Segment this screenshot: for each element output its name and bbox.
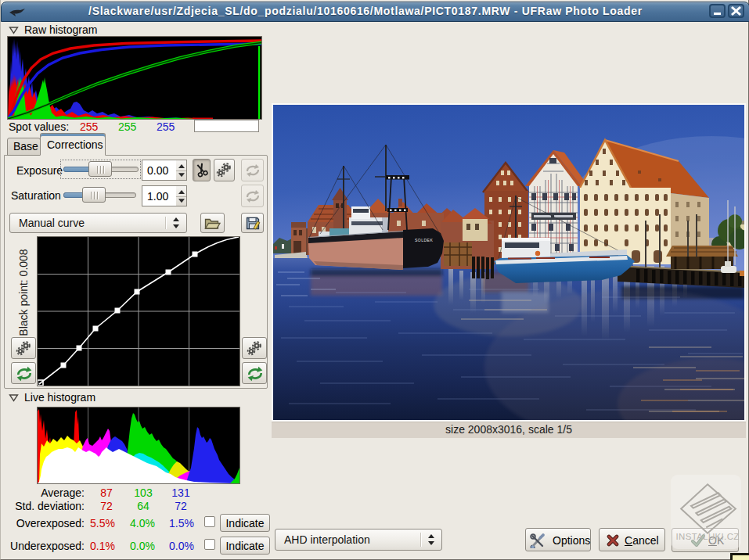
svg-text:INSTALUKI.CZ: INSTALUKI.CZ	[676, 532, 740, 541]
svg-text:SOLDEK: SOLDEK	[415, 238, 433, 242]
